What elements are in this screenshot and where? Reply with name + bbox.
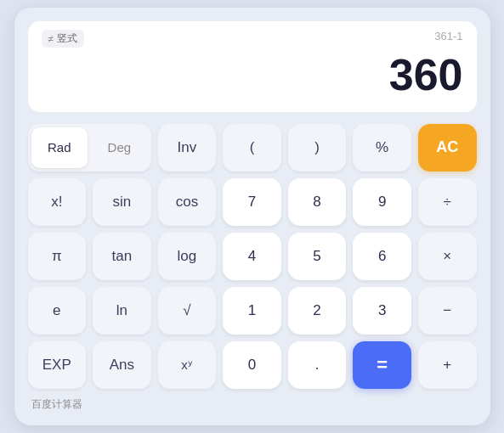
log-button[interactable]: log bbox=[158, 233, 217, 280]
percent-button[interactable]: % bbox=[353, 124, 411, 172]
e-button[interactable]: e bbox=[28, 287, 87, 335]
eight-button[interactable]: 8 bbox=[288, 178, 347, 226]
sqrt-button[interactable]: √ bbox=[158, 287, 217, 335]
deg-button[interactable]: Deg bbox=[91, 127, 148, 168]
main-value: 360 bbox=[42, 51, 463, 99]
button-grid: Rad Deg Inv ( ) % AC x! sin cos 7 8 9 ÷ … bbox=[28, 124, 477, 389]
row-0: Rad Deg Inv ( ) % AC bbox=[28, 124, 477, 172]
row-4: e ln √ 1 2 3 − bbox=[28, 287, 477, 335]
zero-button[interactable]: 0 bbox=[223, 341, 281, 389]
six-button[interactable]: 6 bbox=[353, 233, 411, 280]
add-button[interactable]: + bbox=[418, 341, 477, 389]
three-button[interactable]: 3 bbox=[353, 287, 411, 335]
multiply-button[interactable]: × bbox=[418, 233, 477, 280]
decimal-button[interactable]: . bbox=[288, 341, 347, 389]
row-5: EXP Ans xʸ 0 . = + bbox=[28, 341, 477, 389]
footer-label: 百度计算器 bbox=[31, 398, 82, 410]
exp-button[interactable]: EXP bbox=[28, 341, 87, 389]
inv-button[interactable]: Inv bbox=[158, 124, 217, 172]
calculator: ≠ 竖式 361-1 360 Rad Deg Inv ( ) % AC x! s… bbox=[14, 8, 490, 425]
two-button[interactable]: 2 bbox=[288, 287, 347, 335]
pi-button[interactable]: π bbox=[28, 233, 87, 280]
equals-button[interactable]: = bbox=[353, 341, 411, 389]
rad-deg-toggle[interactable]: Rad Deg bbox=[28, 124, 151, 172]
open-paren-button[interactable]: ( bbox=[223, 124, 281, 172]
nine-button[interactable]: 9 bbox=[353, 178, 411, 226]
ac-button[interactable]: AC bbox=[418, 124, 477, 172]
divide-button[interactable]: ÷ bbox=[418, 178, 477, 226]
close-paren-button[interactable]: ) bbox=[288, 124, 347, 172]
ln-button[interactable]: ln bbox=[93, 287, 151, 335]
power-button[interactable]: xʸ bbox=[158, 341, 217, 389]
tag-icon: ≠ bbox=[48, 33, 54, 45]
row-3: π tan log 4 5 6 × bbox=[28, 233, 477, 280]
display-tag: ≠ 竖式 bbox=[42, 30, 85, 48]
row-2: x! sin cos 7 8 9 ÷ bbox=[28, 178, 477, 226]
factorial-button[interactable]: x! bbox=[28, 178, 87, 226]
one-button[interactable]: 1 bbox=[223, 287, 281, 335]
four-button[interactable]: 4 bbox=[223, 233, 281, 280]
rad-button[interactable]: Rad bbox=[31, 127, 88, 168]
five-button[interactable]: 5 bbox=[288, 233, 347, 280]
secondary-value: 361-1 bbox=[434, 30, 462, 42]
seven-button[interactable]: 7 bbox=[223, 178, 281, 226]
display-area: ≠ 竖式 361-1 360 bbox=[28, 21, 477, 111]
tan-button[interactable]: tan bbox=[93, 233, 151, 280]
cos-button[interactable]: cos bbox=[158, 178, 217, 226]
ans-button[interactable]: Ans bbox=[93, 341, 151, 389]
sin-button[interactable]: sin bbox=[93, 178, 151, 226]
subtract-button[interactable]: − bbox=[418, 287, 477, 335]
tag-label: 竖式 bbox=[57, 31, 77, 46]
footer: 百度计算器 bbox=[28, 397, 477, 412]
